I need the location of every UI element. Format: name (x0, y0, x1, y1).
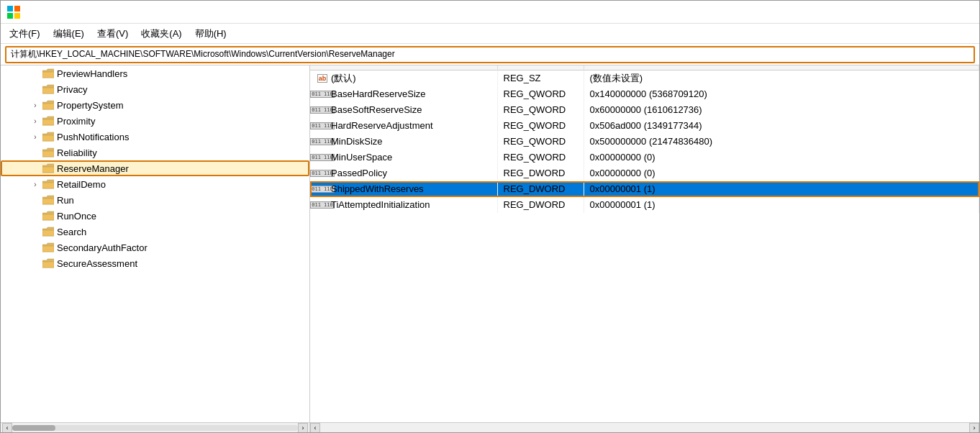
menu-view[interactable]: 查看(V) (91, 26, 134, 42)
tree-label-propertysystem: PropertySystem (57, 100, 123, 111)
expand-icon-propertysystem: › (30, 99, 41, 111)
expand-icon-privacy (30, 83, 41, 95)
addressbar (1, 44, 979, 65)
value-data: 0x60000000 (1610612736) (584, 102, 979, 118)
tree-label-search: Search (57, 227, 86, 237)
value-type: REG_QWORD (497, 86, 584, 102)
tree-item-run[interactable]: Run (1, 192, 309, 208)
value-type: REG_QWORD (497, 118, 584, 134)
value-data: 0x00000001 (1) (584, 181, 979, 197)
tree-scroll-track[interactable] (12, 425, 298, 431)
tree-label-secureassessment: SecureAssessment (57, 258, 137, 269)
value-name: 011 110ShippedWithReserves (310, 181, 497, 197)
tree-item-proximity[interactable]: › Proximity (1, 113, 309, 129)
value-type: REG_DWORD (497, 165, 584, 181)
tree-hscrollbar[interactable]: ‹ › (1, 422, 309, 432)
value-name: 011 110BaseHardReserveSize (310, 86, 497, 102)
table-row[interactable]: 011 110MinUserSpace REG_QWORD 0x00000000… (310, 150, 979, 165)
value-type: REG_QWORD (497, 150, 584, 165)
tree-item-search[interactable]: Search (1, 224, 309, 240)
expand-icon-retaildemo: › (30, 178, 41, 190)
svg-rect-0 (7, 6, 13, 12)
tree-label-secondaryauthfactor: SecondaryAuthFactor (57, 242, 148, 253)
value-data: (数值未设置) (584, 70, 979, 86)
tree-item-secureassessment[interactable]: SecureAssessment (1, 255, 309, 271)
tree-label-pushnotifications: PushNotifications (57, 132, 129, 142)
value-data: 0x00000000 (0) (584, 165, 979, 181)
tree-content[interactable]: PreviewHandlers Privacy › (1, 65, 309, 422)
folder-icon-search (42, 227, 54, 237)
value-name: ab(默认) (310, 70, 497, 86)
folder-icon-proximity (42, 116, 54, 126)
expand-icon-proximity: › (30, 115, 41, 127)
table-row[interactable]: 011 110BaseHardReserveSize REG_QWORD 0x1… (310, 86, 979, 102)
value-type: REG_QWORD (497, 134, 584, 150)
table-row[interactable]: 011 110TiAttemptedInitialization REG_DWO… (310, 197, 979, 213)
main-content: PreviewHandlers Privacy › (1, 65, 979, 432)
table-row[interactable]: ab(默认) REG_SZ (数值未设置) (310, 70, 979, 86)
maximize-button[interactable] (907, 1, 940, 24)
table-row[interactable]: 011 110BaseSoftReserveSize REG_QWORD 0x6… (310, 102, 979, 118)
tree-scroll-right[interactable]: › (298, 423, 308, 433)
tree-label-proximity: Proximity (57, 116, 95, 127)
expand-icon-run (30, 194, 41, 206)
tree-label-run: Run (57, 195, 74, 206)
tree-scroll-thumb[interactable] (12, 425, 55, 431)
window-controls (874, 1, 974, 24)
close-button[interactable] (940, 1, 974, 24)
expand-icon-secondaryauthfactor (30, 242, 41, 253)
tree-item-previewhandlers[interactable]: PreviewHandlers (1, 65, 309, 81)
folder-icon-reservemanager (42, 163, 54, 173)
values-scroll-right[interactable]: › (969, 423, 979, 432)
table-row[interactable]: 011 110ShippedWithReserves REG_DWORD 0x0… (310, 181, 979, 197)
value-type: REG_SZ (497, 70, 584, 86)
values-scroll-left[interactable]: ‹ (310, 423, 320, 432)
menu-favorites[interactable]: 收藏夹(A) (135, 26, 187, 42)
menu-edit[interactable]: 编辑(E) (47, 26, 90, 42)
value-name: 011 110MinDiskSize (310, 134, 497, 150)
value-name: 011 110PassedPolicy (310, 165, 497, 181)
address-input[interactable] (5, 46, 975, 63)
values-scroll-track[interactable] (320, 423, 969, 432)
expand-icon-secureassessment (30, 257, 41, 269)
folder-icon-secureassessment (42, 258, 54, 268)
folder-icon-previewhandlers (42, 68, 54, 78)
minimize-button[interactable] (874, 1, 907, 24)
value-type: REG_QWORD (497, 102, 584, 118)
expand-icon-runonce (30, 210, 41, 222)
table-row[interactable]: 011 110HardReserveAdjustment REG_QWORD 0… (310, 118, 979, 134)
tree-item-reservemanager[interactable]: ReserveManager (1, 160, 309, 176)
folder-icon-retaildemo (42, 179, 54, 189)
folder-icon-pushnotifications (42, 132, 54, 142)
tree-item-privacy[interactable]: Privacy (1, 81, 309, 97)
table-row[interactable]: 011 110PassedPolicy REG_DWORD 0x00000000… (310, 165, 979, 181)
tree-item-pushnotifications[interactable]: › PushNotifications (1, 129, 309, 145)
registry-editor-window: 文件(F) 编辑(E) 查看(V) 收藏夹(A) 帮助(H) (0, 0, 980, 433)
tree-label-runonce: RunOnce (57, 211, 96, 222)
values-hscrollbar[interactable]: ‹ › (310, 422, 979, 432)
svg-rect-2 (7, 13, 13, 19)
tree-label-retaildemo: RetailDemo (57, 179, 106, 190)
tree-item-retaildemo[interactable]: › RetailDemo (1, 176, 309, 192)
tree-label-privacy: Privacy (57, 84, 88, 95)
tree-label-reliability: Reliability (57, 147, 97, 158)
tree-item-secondaryauthfactor[interactable]: SecondaryAuthFactor (1, 240, 309, 255)
values-table[interactable]: ab(默认) REG_SZ (数值未设置) 011 110BaseHardRes… (310, 65, 979, 422)
tree-item-runonce[interactable]: RunOnce (1, 208, 309, 224)
menu-file[interactable]: 文件(F) (4, 26, 46, 42)
tree-item-propertysystem[interactable]: › PropertySystem (1, 97, 309, 113)
value-data: 0x506ad000 (1349177344) (584, 118, 979, 134)
value-type: REG_DWORD (497, 197, 584, 213)
tree-label-reservemanager: ReserveManager (57, 163, 129, 174)
value-data: 0x00000000 (0) (584, 150, 979, 165)
value-data: 0x500000000 (21474836480) (584, 134, 979, 150)
tree-item-reliability[interactable]: Reliability (1, 145, 309, 160)
folder-icon-privacy (42, 84, 54, 94)
table-row[interactable]: 011 110MinDiskSize REG_QWORD 0x500000000… (310, 134, 979, 150)
menu-help[interactable]: 帮助(H) (189, 26, 232, 42)
values-panel: ab(默认) REG_SZ (数值未设置) 011 110BaseHardRes… (310, 65, 979, 432)
tree-scroll-left[interactable]: ‹ (2, 423, 12, 433)
value-data: 0x00000001 (1) (584, 197, 979, 213)
folder-icon-propertysystem (42, 100, 54, 110)
value-name: 011 110TiAttemptedInitialization (310, 197, 497, 213)
